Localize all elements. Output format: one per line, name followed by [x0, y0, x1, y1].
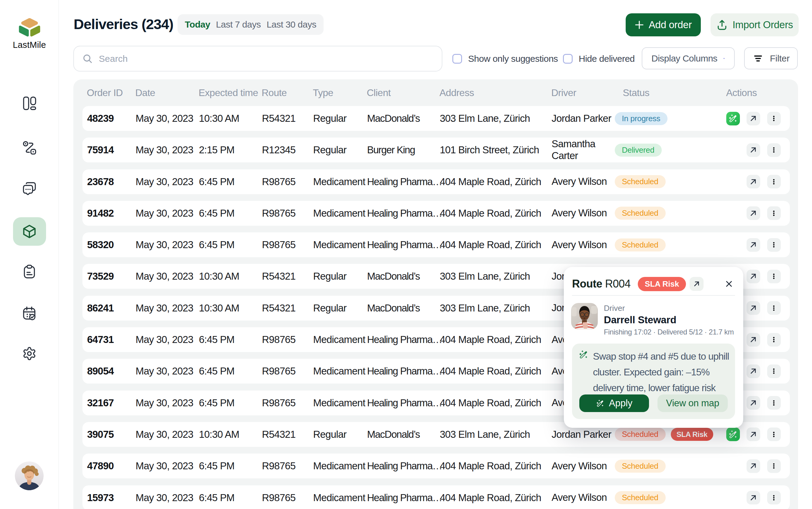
- more-actions-button[interactable]: [767, 491, 781, 504]
- hide-delivered-checkbox[interactable]: [563, 54, 573, 64]
- open-row-button[interactable]: [747, 365, 760, 378]
- open-row-icon: [749, 304, 757, 312]
- display-columns-dropdown[interactable]: Display Columns: [642, 47, 735, 69]
- cell-driver: Avery Wilson: [552, 201, 617, 226]
- lastmile-logo-icon: [19, 18, 40, 37]
- more-actions-button[interactable]: [767, 206, 781, 220]
- open-row-button[interactable]: [747, 459, 760, 473]
- open-row-button[interactable]: [747, 301, 760, 315]
- more-actions-button[interactable]: [767, 365, 781, 378]
- search-box: [73, 46, 442, 71]
- cell-address: 404 Maple Road, Zürich: [440, 169, 541, 194]
- gear-icon: [22, 346, 37, 361]
- cell-type: Medicament: [313, 169, 365, 194]
- wand-icon: [729, 114, 738, 123]
- close-icon: [725, 280, 733, 288]
- cell-client: MacDonald’s: [367, 106, 420, 131]
- popover-open-route-button[interactable]: [689, 277, 704, 291]
- open-row-button[interactable]: [747, 428, 760, 441]
- open-row-button[interactable]: [747, 270, 760, 283]
- cell-client: MacDonald’s: [367, 296, 420, 320]
- more-actions-button[interactable]: [767, 270, 781, 283]
- sidebar-item-messages[interactable]: [22, 181, 37, 196]
- more-actions-button[interactable]: [767, 143, 781, 157]
- apply-button[interactable]: Apply: [579, 395, 649, 412]
- tab-last-30-days[interactable]: Last 30 days: [267, 20, 316, 30]
- filter-button[interactable]: Filter: [744, 47, 798, 69]
- sidebar-item-settings[interactable]: [22, 346, 37, 361]
- open-row-icon: [749, 494, 757, 502]
- cell-address: 101 Birch Street, Zürich: [440, 138, 539, 162]
- open-row-button[interactable]: [747, 238, 760, 252]
- cell-date: May 30, 2023: [136, 327, 193, 352]
- sidebar-item-orders[interactable]: [22, 265, 37, 279]
- open-row-button[interactable]: [747, 491, 760, 504]
- chat-icon: [22, 181, 37, 196]
- cell-address: 303 Elm Lane, Zürich: [440, 264, 530, 289]
- tab-today[interactable]: Today: [185, 20, 210, 30]
- table-header: Order IDDateExpected timeRouteTypeClient…: [73, 79, 799, 106]
- upload-icon: [716, 19, 728, 31]
- cell-date: May 30, 2023: [136, 453, 193, 478]
- cell-type: Medicament: [313, 391, 365, 415]
- sidebar-item-deliveries[interactable]: [22, 224, 37, 239]
- filter-icon: [752, 53, 764, 64]
- cell-order-id: 73529: [87, 264, 114, 289]
- apply-wand-icon: [596, 399, 604, 407]
- more-actions-button[interactable]: [767, 175, 781, 189]
- cell-address: 404 Maple Road, Zürich: [440, 359, 541, 383]
- column-header-client: Client: [367, 79, 391, 106]
- open-row-button[interactable]: [747, 143, 760, 157]
- cell-actions: [747, 232, 781, 257]
- more-actions-button[interactable]: [767, 333, 781, 347]
- cell-type: Medicament: [313, 201, 365, 226]
- cell-client: Healing Pharma…: [367, 201, 442, 226]
- cell-actions: [747, 169, 781, 194]
- open-row-button[interactable]: [747, 396, 760, 410]
- cell-route: R54321: [262, 296, 296, 320]
- driver-meta: Finishing 17:02 · Delivered 5/12 · 21.7 …: [604, 328, 734, 336]
- cell-route: R98765: [262, 232, 296, 257]
- cell-actions: [747, 201, 781, 226]
- cell-type: Medicament: [313, 232, 365, 257]
- cell-route: R98765: [262, 453, 296, 478]
- cell-address: 303 Elm Lane, Zürich: [440, 422, 530, 447]
- cell-date: May 30, 2023: [136, 296, 193, 320]
- cell-type: Regular: [313, 138, 347, 162]
- more-actions-button[interactable]: [767, 301, 781, 315]
- tab-last-7-days[interactable]: Last 7 days: [216, 20, 261, 30]
- ai-suggestion-button[interactable]: [726, 112, 740, 126]
- sidebar-item-schedule[interactable]: [22, 306, 37, 320]
- import-orders-button[interactable]: Import Orders: [710, 13, 799, 36]
- cell-date: May 30, 2023: [136, 169, 193, 194]
- popover-close-button[interactable]: [723, 278, 735, 290]
- cell-driver: Avery Wilson: [552, 453, 617, 478]
- open-row-button[interactable]: [747, 175, 760, 189]
- cell-type: Regular: [313, 106, 347, 131]
- more-actions-button[interactable]: [767, 112, 781, 126]
- user-avatar[interactable]: [15, 462, 44, 490]
- open-row-button[interactable]: [747, 206, 760, 220]
- search-input[interactable]: [99, 54, 433, 64]
- cell-date: May 30, 2023: [136, 391, 193, 415]
- status-badge: Scheduled: [615, 207, 666, 219]
- sidebar-item-routes[interactable]: [22, 140, 37, 155]
- sidebar-item-dashboard[interactable]: [22, 96, 37, 110]
- cell-address: 404 Maple Road, Zürich: [440, 232, 541, 257]
- cell-expected-time: 10:30 AM: [199, 296, 239, 320]
- add-order-button[interactable]: Add order: [625, 13, 701, 36]
- cell-expected-time: 6:45 PM: [199, 391, 235, 415]
- open-row-button[interactable]: [747, 333, 760, 347]
- open-row-icon: [749, 178, 757, 186]
- show-only-suggestions-checkbox[interactable]: [452, 54, 462, 64]
- more-actions-button[interactable]: [767, 428, 781, 441]
- cell-status: Scheduled: [615, 201, 666, 226]
- status-badge: Scheduled: [615, 428, 666, 441]
- more-actions-button[interactable]: [767, 459, 781, 473]
- ai-suggestion-button[interactable]: [726, 428, 740, 441]
- more-actions-button[interactable]: [767, 396, 781, 410]
- view-on-map-button[interactable]: View on map: [657, 395, 728, 412]
- cell-order-id: 23678: [87, 169, 114, 194]
- more-actions-button[interactable]: [767, 238, 781, 252]
- open-row-button[interactable]: [747, 112, 760, 126]
